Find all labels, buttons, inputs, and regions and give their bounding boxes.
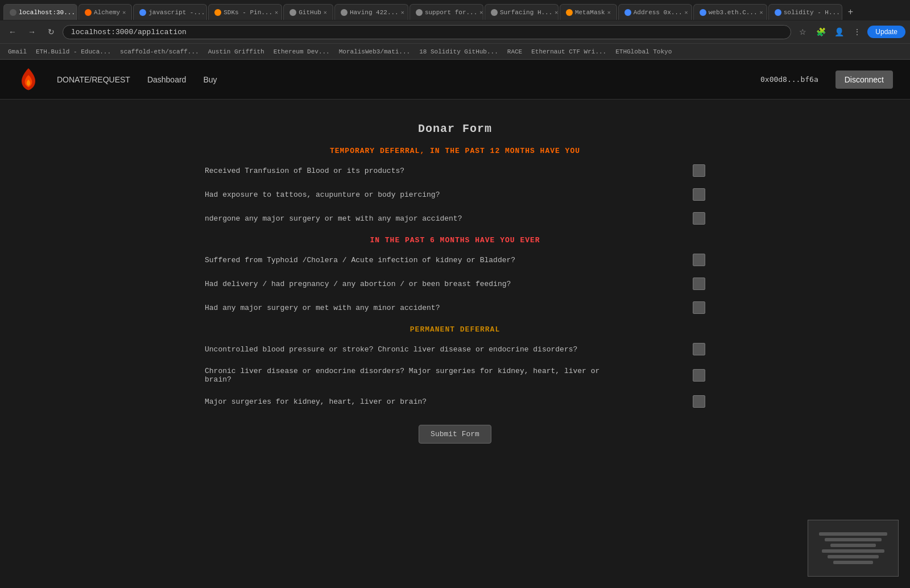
bookmark-race[interactable]: RACE	[504, 47, 526, 56]
bookmark-label: Ethernaut CTF Wri...	[531, 48, 606, 55]
mini-line-5	[828, 555, 879, 558]
bookmark-scaffold[interactable]: scaffold-eth/scaff...	[117, 47, 202, 56]
tab-close[interactable]: ✕	[685, 9, 688, 16]
nav-bar: ← → ↻ localhost:3000/application ☆ 🧩 👤 ⋮…	[0, 20, 910, 43]
form-title: Donar Form	[182, 122, 728, 135]
tab-having[interactable]: Having 422... ✕	[334, 4, 408, 20]
bookmark-solidity[interactable]: 18 Solidity GitHub...	[416, 47, 502, 56]
question-4: Suffered from Typhoid /Cholera / Acute i…	[205, 256, 614, 264]
nav-buy[interactable]: Buy	[203, 75, 217, 84]
tab-metamask[interactable]: MetaMask ✕	[560, 4, 617, 20]
update-button[interactable]: Update	[867, 26, 905, 38]
form-row-q8: Chronic liver disease or endocrine disor…	[182, 367, 728, 384]
checkbox-q2[interactable]	[693, 188, 705, 201]
bookmark-ethbuild[interactable]: ETH.Build - Educa...	[32, 47, 114, 56]
tab-close[interactable]: ✕	[401, 9, 404, 16]
bookmark-label: MoralisWeb3/mati...	[339, 48, 410, 55]
refresh-button[interactable]: ↻	[43, 24, 59, 40]
tab-close[interactable]: ✕	[324, 9, 327, 16]
checkbox-q7[interactable]	[693, 343, 705, 355]
bookmark-label: Austin Griffith	[208, 48, 264, 55]
checkbox-q4[interactable]	[693, 254, 705, 266]
question-3: ndergone any major surgery or met with a…	[205, 214, 614, 223]
forward-button[interactable]: →	[24, 24, 40, 40]
tab-close[interactable]: ✕	[275, 9, 278, 16]
nav-actions: ☆ 🧩 👤 ⋮ Update	[795, 24, 905, 40]
question-8: Chronic liver disease or endocrine disor…	[205, 367, 614, 384]
tab-label: Address 0x...	[634, 9, 682, 16]
new-tab-button[interactable]: +	[843, 5, 858, 19]
bookmark-label: 18 Solidity GitHub...	[419, 48, 498, 55]
bookmark-label: ETH.Build - Educa...	[36, 48, 111, 55]
tab-close[interactable]: ✕	[607, 9, 611, 16]
wallet-address: 0x00d8...bf6a	[760, 75, 818, 84]
submit-button[interactable]: Submit Form	[419, 425, 491, 444]
tab-web3[interactable]: web3.eth.C... ✕	[693, 4, 767, 20]
form-row-q4: Suffered from Typhoid /Cholera / Acute i…	[182, 254, 728, 266]
tab-close[interactable]: ✕	[122, 9, 126, 16]
form-row-q9: Major surgeries for kidney, heart, liver…	[182, 395, 728, 408]
bookmark-austin[interactable]: Austin Griffith	[205, 47, 268, 56]
tab-favicon	[10, 9, 16, 16]
tab-javascript[interactable]: javascript -... ✕	[133, 4, 207, 20]
app-header: DONATE/REQUEST Dashboard Buy 0x00d8...bf…	[0, 60, 910, 100]
url-text: localhost:3000/application	[71, 28, 187, 36]
tab-close[interactable]: ✕	[555, 9, 558, 16]
tab-favicon	[85, 9, 92, 16]
checkbox-q6[interactable]	[693, 301, 705, 314]
section3-header: PERMANENT DEFERRAL	[182, 325, 728, 334]
tab-support[interactable]: support for... ✕	[410, 4, 483, 20]
tab-label: web3.eth.C...	[709, 9, 758, 16]
bookmark-ethglobal[interactable]: ETHGlobal Tokyo	[612, 47, 675, 56]
question-5: Had delivery / had pregnancy / any abort…	[205, 280, 614, 288]
question-6: Had any major surgery or met with any mi…	[205, 304, 614, 312]
tab-sdks[interactable]: SDKs - Pin... ✕	[208, 4, 282, 20]
profile-button[interactable]: 👤	[831, 24, 847, 40]
form-row-q7: Uncontrolled blood pressure or stroke? C…	[182, 343, 728, 355]
tab-alchemy[interactable]: Alchemy ✕	[78, 4, 132, 20]
checkbox-q3[interactable]	[693, 212, 705, 225]
tab-label: Alchemy	[94, 9, 120, 16]
section2-header: IN THE PAST 6 MONTHS HAVE YOU EVER	[182, 236, 728, 245]
tab-label: localhost:30...	[19, 9, 75, 16]
tab-favicon	[214, 9, 221, 16]
question-1: Received Tranfusion of Blood or its prod…	[205, 167, 614, 175]
tab-surfacing[interactable]: Surfacing H... ✕	[485, 4, 559, 20]
tab-close[interactable]: ✕	[479, 9, 483, 16]
checkbox-q8[interactable]	[693, 369, 705, 382]
tab-close[interactable]: ✕	[760, 9, 763, 16]
tab-favicon	[775, 9, 781, 16]
checkbox-q1[interactable]	[693, 164, 705, 177]
nav-donate-request[interactable]: DONATE/REQUEST	[57, 75, 130, 84]
disconnect-button[interactable]: Disconnect	[835, 71, 893, 89]
question-9: Major surgeries for kidney, heart, liver…	[205, 397, 614, 406]
browser-chrome: localhost:30... ✕ Alchemy ✕ javascript -…	[0, 0, 910, 60]
bookmark-label: Ethereum Dev...	[274, 48, 330, 55]
tab-label: solidity - H...	[784, 9, 840, 16]
tab-github1[interactable]: GitHub ✕	[283, 4, 333, 20]
bookmark-gmail[interactable]: Gmail	[5, 47, 30, 56]
checkbox-q9[interactable]	[693, 395, 705, 408]
address-bar[interactable]: localhost:3000/application	[63, 25, 791, 39]
bookmark-button[interactable]: ☆	[795, 24, 810, 40]
menu-button[interactable]: ⋮	[849, 24, 865, 40]
nav-dashboard[interactable]: Dashboard	[147, 75, 187, 84]
tab-address[interactable]: Address 0x... ✕	[618, 4, 692, 20]
bookmark-ethernaut[interactable]: Ethernaut CTF Wri...	[528, 47, 610, 56]
form-row-q2: Had exposure to tattoos, acupunture or b…	[182, 188, 728, 201]
tab-localhost[interactable]: localhost:30... ✕	[3, 4, 77, 20]
tab-solidity[interactable]: solidity - H... ✕	[768, 4, 842, 20]
checkbox-q5[interactable]	[693, 278, 705, 290]
mini-line-6	[833, 561, 873, 564]
tab-favicon	[416, 9, 423, 16]
bookmark-moralis[interactable]: MoralisWeb3/mati...	[336, 47, 413, 56]
tab-favicon	[624, 9, 631, 16]
bookmark-label: ETHGlobal Tokyo	[615, 48, 672, 55]
section1-header: TEMPORARY DEFERRAL, IN THE PAST 12 MONTH…	[182, 147, 728, 155]
mini-line-3	[830, 544, 876, 547]
tab-favicon	[700, 9, 706, 16]
bookmark-ethereum-dev[interactable]: Ethereum Dev...	[270, 47, 333, 56]
back-button[interactable]: ←	[5, 24, 20, 40]
question-2: Had exposure to tattoos, acupunture or b…	[205, 191, 614, 199]
extensions-button[interactable]: 🧩	[813, 24, 829, 40]
